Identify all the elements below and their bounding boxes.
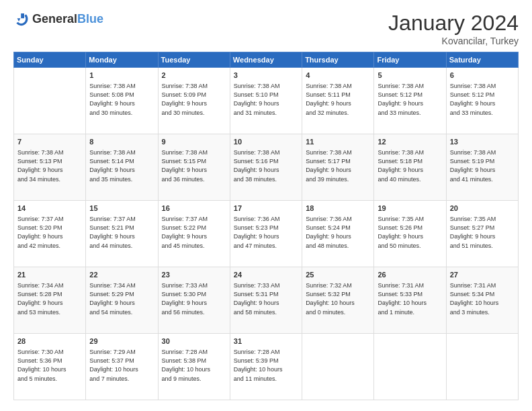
calendar-week-row: 1Sunrise: 7:38 AMSunset: 5:08 PMDaylight… (14, 68, 519, 134)
cell-content: Sunrise: 7:31 AMSunset: 5:33 PMDaylight:… (378, 281, 442, 316)
calendar-cell: 7Sunrise: 7:38 AMSunset: 5:13 PMDaylight… (14, 134, 86, 201)
calendar-day-header: Saturday (446, 52, 518, 68)
logo-text-blue: Blue (77, 12, 103, 26)
day-number: 12 (378, 137, 442, 147)
calendar-cell: 12Sunrise: 7:38 AMSunset: 5:18 PMDayligh… (374, 134, 446, 201)
day-number: 23 (162, 270, 226, 280)
day-number: 18 (306, 203, 370, 214)
day-number: 13 (450, 137, 515, 147)
cell-content: Sunrise: 7:34 AMSunset: 5:29 PMDaylight:… (89, 281, 154, 316)
calendar-week-row: 21Sunrise: 7:34 AMSunset: 5:28 PMDayligh… (14, 267, 519, 334)
day-number: 1 (89, 71, 154, 81)
day-number: 19 (378, 203, 442, 214)
calendar-cell: 21Sunrise: 7:34 AMSunset: 5:28 PMDayligh… (14, 267, 86, 334)
cell-content: Sunrise: 7:38 AMSunset: 5:17 PMDaylight:… (306, 148, 370, 183)
cell-content: Sunrise: 7:35 AMSunset: 5:27 PMDaylight:… (450, 215, 515, 250)
cell-content: Sunrise: 7:36 AMSunset: 5:24 PMDaylight:… (306, 215, 370, 250)
calendar-cell: 18Sunrise: 7:36 AMSunset: 5:24 PMDayligh… (302, 201, 374, 267)
calendar-cell: 19Sunrise: 7:35 AMSunset: 5:26 PMDayligh… (374, 201, 446, 267)
cell-content: Sunrise: 7:36 AMSunset: 5:23 PMDaylight:… (234, 215, 298, 250)
cell-content: Sunrise: 7:38 AMSunset: 5:19 PMDaylight:… (450, 148, 515, 183)
calendar-cell (374, 334, 446, 400)
day-number: 16 (162, 203, 226, 214)
day-number: 20 (450, 203, 515, 214)
month-title: January 2024 (388, 11, 519, 36)
calendar-cell: 8Sunrise: 7:38 AMSunset: 5:14 PMDaylight… (86, 134, 158, 201)
page: GeneralBlue January 2024 Kovancilar, Tur… (0, 0, 532, 411)
calendar-table: SundayMondayTuesdayWednesdayThursdayFrid… (13, 52, 519, 400)
cell-content: Sunrise: 7:31 AMSunset: 5:34 PMDaylight:… (450, 281, 515, 316)
calendar-day-header: Friday (374, 52, 446, 68)
calendar-cell: 24Sunrise: 7:33 AMSunset: 5:31 PMDayligh… (230, 267, 302, 334)
day-number: 17 (234, 203, 298, 214)
cell-content: Sunrise: 7:38 AMSunset: 5:12 PMDaylight:… (450, 82, 515, 117)
calendar-week-row: 28Sunrise: 7:30 AMSunset: 5:36 PMDayligh… (14, 334, 519, 400)
day-number: 25 (306, 270, 370, 280)
day-number: 27 (450, 270, 515, 280)
cell-content: Sunrise: 7:38 AMSunset: 5:18 PMDaylight:… (378, 148, 442, 183)
calendar-week-row: 7Sunrise: 7:38 AMSunset: 5:13 PMDaylight… (14, 134, 519, 201)
calendar-cell (302, 334, 374, 400)
calendar-cell (446, 334, 518, 400)
day-number: 22 (89, 270, 154, 280)
cell-content: Sunrise: 7:38 AMSunset: 5:13 PMDaylight:… (17, 148, 82, 183)
day-number: 11 (306, 137, 370, 147)
calendar-cell: 14Sunrise: 7:37 AMSunset: 5:20 PMDayligh… (14, 201, 86, 267)
calendar-day-header: Wednesday (230, 52, 302, 68)
title-block: January 2024 Kovancilar, Turkey (388, 11, 519, 46)
calendar-cell: 13Sunrise: 7:38 AMSunset: 5:19 PMDayligh… (446, 134, 518, 201)
cell-content: Sunrise: 7:37 AMSunset: 5:20 PMDaylight:… (17, 215, 82, 250)
day-number: 14 (17, 203, 82, 214)
cell-content: Sunrise: 7:35 AMSunset: 5:26 PMDaylight:… (378, 215, 442, 250)
cell-content: Sunrise: 7:32 AMSunset: 5:32 PMDaylight:… (306, 281, 370, 316)
day-number: 2 (162, 71, 226, 81)
calendar-cell: 3Sunrise: 7:38 AMSunset: 5:10 PMDaylight… (230, 68, 302, 134)
logo: GeneralBlue (13, 11, 103, 27)
calendar-cell: 4Sunrise: 7:38 AMSunset: 5:11 PMDaylight… (302, 68, 374, 134)
cell-content: Sunrise: 7:28 AMSunset: 5:39 PMDaylight:… (234, 348, 298, 383)
header: GeneralBlue January 2024 Kovancilar, Tur… (13, 11, 519, 46)
calendar-day-header: Sunday (14, 52, 86, 68)
cell-content: Sunrise: 7:29 AMSunset: 5:37 PMDaylight:… (89, 348, 154, 383)
day-number: 5 (378, 71, 442, 81)
calendar-cell: 1Sunrise: 7:38 AMSunset: 5:08 PMDaylight… (86, 68, 158, 134)
day-number: 31 (234, 336, 298, 347)
calendar-cell: 25Sunrise: 7:32 AMSunset: 5:32 PMDayligh… (302, 267, 374, 334)
calendar-day-header: Monday (86, 52, 158, 68)
day-number: 8 (89, 137, 154, 147)
location-subtitle: Kovancilar, Turkey (388, 36, 519, 46)
day-number: 3 (234, 71, 298, 81)
day-number: 7 (17, 137, 82, 147)
calendar-cell: 29Sunrise: 7:29 AMSunset: 5:37 PMDayligh… (86, 334, 158, 400)
day-number: 21 (17, 270, 82, 280)
calendar-cell: 10Sunrise: 7:38 AMSunset: 5:16 PMDayligh… (230, 134, 302, 201)
cell-content: Sunrise: 7:38 AMSunset: 5:14 PMDaylight:… (89, 148, 154, 183)
calendar-cell: 16Sunrise: 7:37 AMSunset: 5:22 PMDayligh… (158, 201, 230, 267)
calendar-cell: 2Sunrise: 7:38 AMSunset: 5:09 PMDaylight… (158, 68, 230, 134)
cell-content: Sunrise: 7:37 AMSunset: 5:22 PMDaylight:… (162, 215, 226, 250)
cell-content: Sunrise: 7:38 AMSunset: 5:09 PMDaylight:… (162, 82, 226, 117)
calendar-cell: 26Sunrise: 7:31 AMSunset: 5:33 PMDayligh… (374, 267, 446, 334)
calendar-cell: 9Sunrise: 7:38 AMSunset: 5:15 PMDaylight… (158, 134, 230, 201)
calendar-cell (14, 68, 86, 134)
day-number: 4 (306, 71, 370, 81)
logo-icon (13, 11, 30, 27)
logo-text-general: General (32, 12, 77, 26)
day-number: 9 (162, 137, 226, 147)
calendar-cell: 28Sunrise: 7:30 AMSunset: 5:36 PMDayligh… (14, 334, 86, 400)
calendar-cell: 6Sunrise: 7:38 AMSunset: 5:12 PMDaylight… (446, 68, 518, 134)
day-number: 28 (17, 336, 82, 347)
calendar-day-header: Tuesday (158, 52, 230, 68)
calendar-header-row: SundayMondayTuesdayWednesdayThursdayFrid… (14, 52, 519, 68)
day-number: 15 (89, 203, 154, 214)
cell-content: Sunrise: 7:38 AMSunset: 5:11 PMDaylight:… (306, 82, 370, 117)
day-number: 26 (378, 270, 442, 280)
calendar-week-row: 14Sunrise: 7:37 AMSunset: 5:20 PMDayligh… (14, 201, 519, 267)
calendar-cell: 30Sunrise: 7:28 AMSunset: 5:38 PMDayligh… (158, 334, 230, 400)
cell-content: Sunrise: 7:33 AMSunset: 5:30 PMDaylight:… (162, 281, 226, 316)
calendar-cell: 11Sunrise: 7:38 AMSunset: 5:17 PMDayligh… (302, 134, 374, 201)
cell-content: Sunrise: 7:38 AMSunset: 5:08 PMDaylight:… (89, 82, 154, 117)
calendar-day-header: Thursday (302, 52, 374, 68)
cell-content: Sunrise: 7:33 AMSunset: 5:31 PMDaylight:… (234, 281, 298, 316)
cell-content: Sunrise: 7:28 AMSunset: 5:38 PMDaylight:… (162, 348, 226, 383)
